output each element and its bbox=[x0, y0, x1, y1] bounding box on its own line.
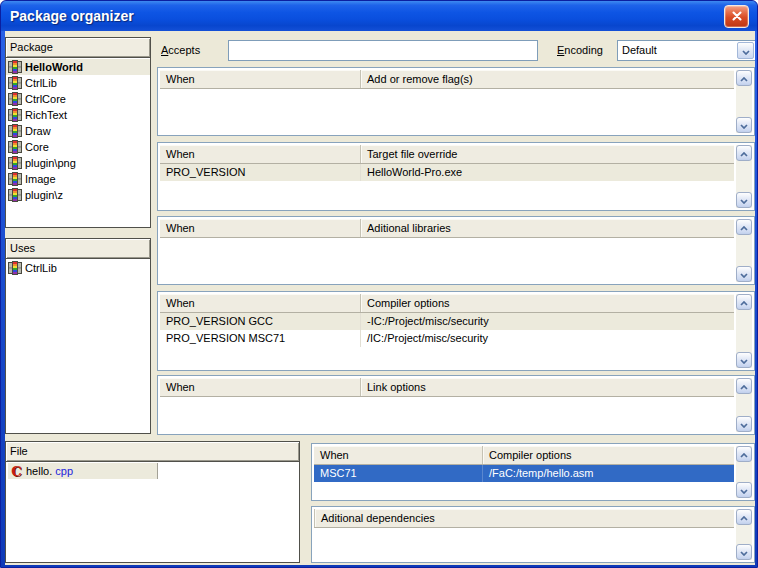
column-header[interactable]: When bbox=[160, 219, 360, 237]
encoding-dropdown-button[interactable] bbox=[737, 42, 754, 59]
column-header[interactable]: Aditional dependencies bbox=[314, 509, 734, 527]
chevron-up-icon bbox=[740, 380, 748, 392]
table-row[interactable]: PRO_VERSION GCC-IC:/Project/misc/securit… bbox=[160, 313, 734, 330]
scroll-down-button[interactable] bbox=[736, 192, 752, 208]
window-title: Package organizer bbox=[10, 8, 134, 24]
uses-list-item[interactable]: CtrlLib bbox=[6, 260, 150, 276]
scroll-up-button[interactable] bbox=[736, 509, 752, 525]
scrollbar-track[interactable] bbox=[736, 446, 752, 498]
file-panel-header[interactable]: File bbox=[6, 442, 299, 462]
column-header[interactable]: Compiler options bbox=[482, 446, 734, 464]
accepts-label: Accepts bbox=[161, 44, 200, 56]
package-list-item[interactable]: HelloWorld bbox=[6, 59, 150, 75]
accepts-input[interactable] bbox=[228, 40, 538, 61]
package-panel-header[interactable]: Package bbox=[6, 38, 150, 58]
chevron-down-icon bbox=[742, 45, 750, 57]
package-list-item-label: CtrlLib bbox=[25, 77, 57, 89]
table-content: WhenAdd or remove flag(s) bbox=[160, 70, 734, 133]
package-list-item[interactable]: plugin\z bbox=[6, 187, 150, 203]
scrollbar-track[interactable] bbox=[736, 219, 752, 282]
scrollbar-track[interactable] bbox=[736, 145, 752, 208]
package-icon bbox=[8, 76, 22, 90]
file-name: hello. bbox=[26, 465, 52, 477]
scroll-up-button[interactable] bbox=[736, 219, 752, 235]
table-cell[interactable]: -IC:/Project/misc/security bbox=[360, 313, 734, 330]
encoding-select[interactable]: Default bbox=[617, 40, 755, 61]
package-list-item[interactable]: CtrlCore bbox=[6, 91, 150, 107]
package-list-item[interactable]: Image bbox=[6, 171, 150, 187]
package-list-item[interactable]: Core bbox=[6, 139, 150, 155]
scroll-down-button[interactable] bbox=[736, 117, 752, 133]
uses-list-item-label: CtrlLib bbox=[25, 262, 57, 274]
package-list-item[interactable]: CtrlLib bbox=[6, 75, 150, 91]
chevron-up-icon bbox=[740, 72, 748, 84]
scrollbar-track[interactable] bbox=[736, 70, 752, 133]
scroll-down-button[interactable] bbox=[736, 352, 752, 368]
scroll-down-button[interactable] bbox=[736, 416, 752, 432]
chevron-down-icon bbox=[740, 119, 748, 131]
column-header[interactable]: When bbox=[314, 446, 482, 464]
uses-panel-header[interactable]: Uses bbox=[6, 239, 150, 259]
table-row[interactable]: PRO_VERSIONHelloWorld-Pro.exe bbox=[160, 164, 734, 181]
scroll-down-button[interactable] bbox=[736, 544, 752, 560]
chevron-up-icon bbox=[740, 296, 748, 308]
column-header[interactable]: Compiler options bbox=[360, 294, 734, 312]
table-content: WhenCompiler optionsMSC71/FaC:/temp/hell… bbox=[314, 446, 734, 498]
table-cell[interactable]: PRO_VERSION GCC bbox=[160, 313, 360, 330]
scroll-down-button[interactable] bbox=[736, 482, 752, 498]
scroll-up-button[interactable] bbox=[736, 70, 752, 86]
package-list-item-label: HelloWorld bbox=[25, 61, 83, 73]
package-list-item[interactable]: Draw bbox=[6, 123, 150, 139]
column-header[interactable]: Add or remove flag(s) bbox=[360, 70, 734, 88]
file-list-cell[interactable]: Chello.cpp bbox=[8, 463, 158, 479]
table-cell[interactable]: PRO_VERSION bbox=[160, 164, 360, 181]
when-table-flags: WhenAdd or remove flag(s) bbox=[157, 67, 755, 136]
column-header[interactable]: Link options bbox=[360, 378, 734, 396]
titlebar[interactable]: Package organizer bbox=[1, 1, 757, 31]
package-list-item[interactable]: plugin\png bbox=[6, 155, 150, 171]
package-icon bbox=[8, 261, 22, 275]
dialog-client-area: Package HelloWorldCtrlLibCtrlCoreRichTex… bbox=[5, 31, 755, 565]
uses-panel: Uses CtrlLib bbox=[5, 238, 151, 434]
table-cell[interactable]: PRO_VERSION MSC71 bbox=[160, 330, 360, 347]
scrollbar-track[interactable] bbox=[736, 509, 752, 560]
package-list: HelloWorldCtrlLibCtrlCoreRichTextDrawCor… bbox=[6, 59, 150, 227]
package-list-item-label: RichText bbox=[25, 109, 67, 121]
chevron-down-icon bbox=[740, 194, 748, 206]
package-icon bbox=[8, 92, 22, 106]
table-header-row: WhenAditional libraries bbox=[160, 219, 734, 238]
package-icon bbox=[8, 172, 22, 186]
table-cell[interactable]: /FaC:/temp/hello.asm bbox=[482, 465, 734, 482]
table-cell[interactable]: MSC71 bbox=[314, 465, 482, 482]
scrollbar-track[interactable] bbox=[736, 378, 752, 432]
table-cell[interactable]: HelloWorld-Pro.exe bbox=[360, 164, 734, 181]
scrollbar-track[interactable] bbox=[736, 294, 752, 368]
column-header[interactable]: When bbox=[160, 378, 360, 396]
table-content: WhenLink options bbox=[160, 378, 734, 432]
column-header[interactable]: Aditional libraries bbox=[360, 219, 734, 237]
package-list-item-label: plugin\z bbox=[25, 189, 63, 201]
column-header[interactable]: When bbox=[160, 145, 360, 163]
package-icon bbox=[8, 188, 22, 202]
scroll-up-button[interactable] bbox=[736, 446, 752, 462]
table-cell[interactable]: /IC:/Project/misc/security bbox=[360, 330, 734, 347]
table-header-row: WhenLink options bbox=[160, 378, 734, 397]
column-header[interactable]: Target file override bbox=[360, 145, 734, 163]
package-list-item-label: plugin\png bbox=[25, 157, 76, 169]
scroll-down-button[interactable] bbox=[736, 266, 752, 282]
scroll-up-button[interactable] bbox=[736, 378, 752, 394]
table-row[interactable]: PRO_VERSION MSC71/IC:/Project/misc/secur… bbox=[160, 330, 734, 347]
table-row[interactable]: MSC71/FaC:/temp/hello.asm bbox=[314, 465, 734, 482]
cpp-file-icon: C bbox=[10, 465, 23, 478]
when-table-link: WhenLink options bbox=[157, 375, 755, 435]
column-header[interactable]: When bbox=[160, 294, 360, 312]
when-table-dependencies: Aditional dependencies bbox=[311, 506, 755, 563]
uses-list: CtrlLib bbox=[6, 260, 150, 433]
scroll-up-button[interactable] bbox=[736, 145, 752, 161]
scroll-up-button[interactable] bbox=[736, 294, 752, 310]
file-list-item[interactable]: Chello.cpp bbox=[6, 463, 299, 479]
close-button[interactable] bbox=[724, 5, 749, 28]
package-icon bbox=[8, 140, 22, 154]
column-header[interactable]: When bbox=[160, 70, 360, 88]
package-list-item[interactable]: RichText bbox=[6, 107, 150, 123]
